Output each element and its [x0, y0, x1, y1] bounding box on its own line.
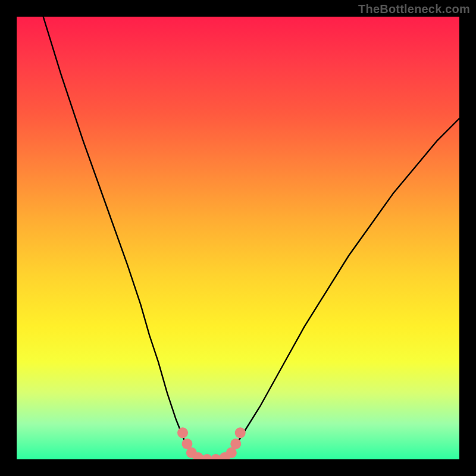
marker-dot [177, 427, 188, 438]
marker-dot [235, 427, 246, 438]
plot-area [17, 17, 459, 459]
marker-dot [230, 439, 241, 449]
watermark-text: TheBottleneck.com [358, 2, 470, 16]
outer-frame: TheBottleneck.com [0, 0, 476, 476]
highlight-markers [177, 427, 246, 459]
chart-svg [17, 17, 459, 459]
bottleneck-curve [43, 17, 459, 459]
